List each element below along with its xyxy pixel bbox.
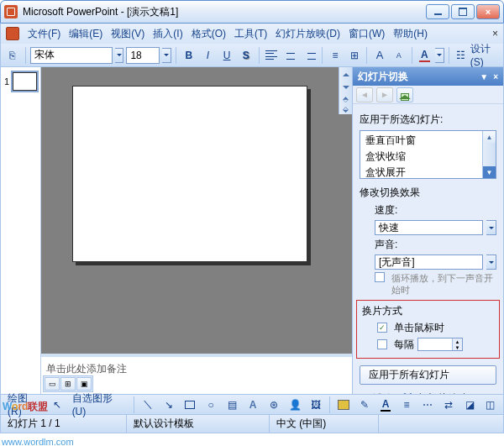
font-select[interactable]: 宋体: [30, 47, 113, 64]
align-left-button[interactable]: [263, 46, 280, 65]
3d-style-icon[interactable]: ◫: [481, 396, 500, 414]
mdi-close[interactable]: ×: [492, 28, 503, 39]
effect-item[interactable]: 盒状收缩: [362, 149, 480, 165]
menu-slideshow[interactable]: 幻灯片放映(D): [272, 25, 344, 43]
thumbnail-pane[interactable]: 1: [1, 67, 41, 394]
oval-icon[interactable]: ○: [202, 396, 220, 414]
list-scroll-down-icon[interactable]: ▼: [483, 166, 496, 178]
taskpane-close-icon[interactable]: ×: [493, 72, 498, 81]
slideshow-icon[interactable]: ⛶: [402, 392, 412, 394]
font-color-icon[interactable]: A: [376, 396, 395, 414]
autoshape-menu[interactable]: 自选图形(U): [69, 390, 130, 419]
nav-fwd-icon[interactable]: ►: [376, 87, 393, 102]
shadow-style-icon[interactable]: ◪: [460, 396, 479, 414]
italic-button[interactable]: I: [200, 46, 217, 65]
sound-dropdown-icon[interactable]: [486, 254, 496, 270]
effect-item[interactable]: 垂直百叶窗: [362, 133, 480, 149]
size-select[interactable]: 18: [126, 47, 160, 64]
play-icon[interactable]: ▶: [360, 392, 367, 394]
underline-button[interactable]: U: [218, 46, 235, 65]
app-icon: [4, 5, 18, 18]
dash-style-icon[interactable]: ⋯: [418, 396, 437, 414]
spin-down-icon[interactable]: ▼: [452, 344, 462, 350]
outline-toggle-icon[interactable]: ⎘: [4, 46, 21, 65]
font-color-button[interactable]: A: [417, 46, 433, 65]
scroll-down-icon[interactable]: [339, 81, 352, 94]
select-icon[interactable]: ↖: [48, 396, 66, 414]
line-style-icon[interactable]: ≡: [397, 396, 416, 414]
font-color-dropdown-icon[interactable]: [435, 48, 444, 63]
slideshow-view-button[interactable]: ▣: [76, 377, 92, 391]
menu-file[interactable]: 文件(F): [24, 25, 64, 43]
menu-tools[interactable]: 工具(T): [231, 25, 270, 43]
format-toolbar: ⎘ 宋体 18 B I U S ≡ ⊞ A A A ☷ 设计(S): [0, 44, 504, 67]
list-scroll-up-icon[interactable]: ▲: [483, 131, 496, 143]
speed-dropdown-icon[interactable]: [486, 220, 496, 235]
window-buttons: ×: [426, 4, 500, 19]
wordart-icon[interactable]: A: [244, 396, 262, 414]
menu-window[interactable]: 窗口(W): [345, 25, 388, 43]
arrow-icon[interactable]: ↘: [160, 396, 178, 414]
picture-icon[interactable]: 🖼: [307, 396, 325, 414]
ppt-icon[interactable]: [6, 27, 19, 40]
shadow-button[interactable]: S: [238, 46, 255, 65]
nav-home-icon[interactable]: [396, 87, 413, 102]
bullets-button[interactable]: ≡: [327, 46, 344, 65]
apply-all-button[interactable]: 应用于所有幻灯片: [360, 365, 496, 385]
diagram-icon[interactable]: ⊛: [265, 396, 283, 414]
menu-edit[interactable]: 编辑(E): [66, 25, 106, 43]
loop-checkbox[interactable]: [375, 272, 385, 282]
decrease-font-button[interactable]: A: [391, 46, 407, 65]
font-dropdown-icon[interactable]: [115, 48, 124, 63]
maximize-button[interactable]: [451, 4, 475, 19]
list-scrollbar[interactable]: ▲ ▼: [482, 131, 496, 178]
every-label: 每隔: [394, 338, 414, 352]
effect-list[interactable]: 垂直百叶窗 盒状收缩 盒状展开 ▲ ▼: [360, 130, 496, 179]
taskpane-menu-icon[interactable]: ▼: [480, 72, 488, 81]
spin-up-icon[interactable]: ▲: [452, 338, 462, 344]
normal-view-button[interactable]: ▭: [45, 377, 60, 391]
slide-thumb-1[interactable]: 1: [4, 72, 37, 91]
fill-color-icon[interactable]: [334, 396, 353, 414]
vertical-scrollbar[interactable]: ⬘ ⬙: [339, 67, 352, 114]
line-icon[interactable]: ＼: [139, 396, 157, 414]
rect-icon[interactable]: [181, 396, 199, 414]
clipart-icon[interactable]: 👤: [286, 396, 304, 414]
taskpane-nav: ◄ ►: [353, 86, 503, 104]
ruler-button[interactable]: ⊞: [346, 46, 363, 65]
minimize-button[interactable]: [426, 4, 449, 19]
nav-back-icon[interactable]: ◄: [356, 87, 373, 102]
every-checkbox[interactable]: [377, 339, 387, 349]
design-icon[interactable]: ☷: [454, 46, 468, 65]
onclick-checkbox[interactable]: ✓: [377, 323, 387, 333]
slide[interactable]: [72, 86, 307, 262]
notes-placeholder: 单击此处添加备注: [46, 363, 127, 375]
sorter-view-button[interactable]: ⊞: [60, 377, 76, 391]
speed-select[interactable]: 快速: [375, 220, 483, 235]
textbox-icon[interactable]: ▤: [223, 396, 241, 414]
line-color-icon[interactable]: ✎: [355, 396, 374, 414]
interval-spinner[interactable]: ▲▼: [417, 338, 463, 351]
close-button[interactable]: ×: [476, 4, 500, 19]
align-right-button[interactable]: [302, 46, 318, 65]
thumb-preview[interactable]: [13, 72, 37, 91]
effect-item[interactable]: 盒状展开: [362, 165, 480, 181]
scroll-up-icon[interactable]: [339, 67, 352, 81]
size-dropdown-icon[interactable]: [162, 48, 171, 63]
slideshow-label[interactable]: 幻灯片放映: [417, 391, 468, 394]
menu-help[interactable]: 帮助(H): [390, 25, 431, 43]
status-empty: [379, 415, 503, 433]
play-label[interactable]: 播放: [372, 391, 392, 394]
sound-select[interactable]: [无声音]: [375, 254, 483, 270]
align-center-button[interactable]: [282, 46, 299, 65]
draw-menu[interactable]: 绘图(R): [4, 390, 45, 419]
increase-font-button[interactable]: A: [371, 46, 388, 65]
arrow-style-icon[interactable]: ⇄: [439, 396, 458, 414]
next-slide-icon[interactable]: ⬙: [339, 104, 352, 114]
prev-slide-icon[interactable]: ⬘: [339, 94, 352, 104]
menu-format[interactable]: 格式(O): [188, 25, 229, 43]
design-label[interactable]: 设计(S): [470, 42, 500, 68]
bold-button[interactable]: B: [181, 46, 197, 65]
menu-insert[interactable]: 插入(I): [150, 25, 186, 43]
menu-view[interactable]: 视图(V): [108, 25, 148, 43]
